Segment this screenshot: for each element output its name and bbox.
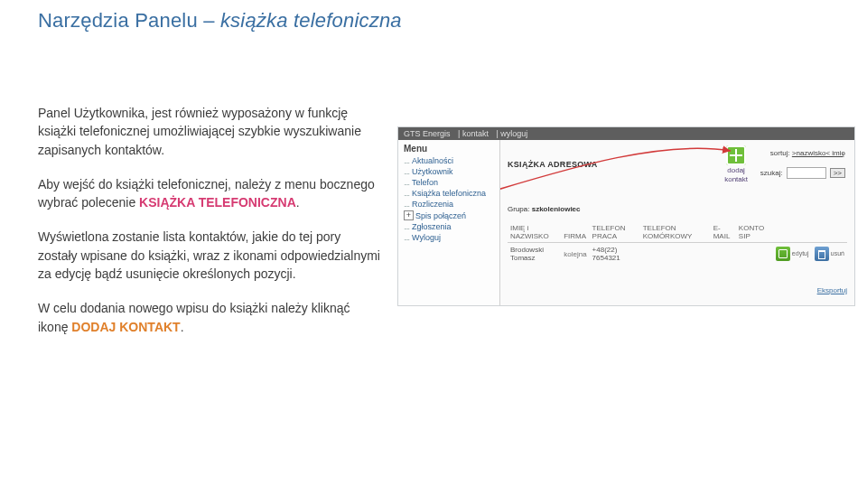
- title-italic: książka telefoniczna: [220, 9, 402, 32]
- group-value: szkoleniowiec: [532, 205, 581, 213]
- paragraph-4: W celu dodania nowego wpisu do książki n…: [38, 299, 381, 336]
- th-name: IMIĘ i NAZWISKO: [508, 222, 561, 243]
- sort-line: sortuj: >nazwisko< imię: [770, 149, 845, 157]
- export-link[interactable]: Eksportuj: [817, 286, 847, 294]
- highlight-ksiazka: KSIĄŻKA TELEFONICZNA: [139, 195, 296, 210]
- table-row: Brodowski Tomasz kolejna +48(22) 7654321…: [508, 243, 847, 266]
- cell-tel-kom: [640, 243, 711, 266]
- contacts-table: IMIĘ i NAZWISKO FIRMA TELEFON PRACA TELE…: [508, 222, 847, 265]
- highlight-dodaj: DODAJ KONTAKT: [71, 320, 180, 334]
- sort-option[interactable]: >nazwisko< imię: [792, 149, 845, 157]
- th-sip: KONTO SIP: [736, 222, 773, 243]
- add-contact-button[interactable]: dodaj kontakt: [724, 145, 748, 183]
- page-title: Narzędzia Panelu – książka telefoniczna: [38, 9, 402, 33]
- cell-sip: [736, 243, 773, 266]
- cell-name: Brodowski Tomasz: [508, 243, 561, 266]
- search-line: szukaj: >>: [760, 167, 845, 179]
- topbar: GTS Energis | kontakt | wyloguj: [398, 127, 854, 140]
- edit-label[interactable]: edytuj: [792, 250, 809, 257]
- menu-item-uzytkownik[interactable]: ....Użytkownik: [402, 166, 499, 177]
- th-firma: FIRMA: [561, 222, 589, 243]
- topbar-link-kontakt[interactable]: kontakt: [462, 129, 489, 138]
- menu-item-wyloguj[interactable]: ....Wyloguj: [402, 232, 499, 243]
- plus-icon: [726, 145, 746, 165]
- paragraph-2: Aby wejść do książki telefonicznej, nale…: [38, 175, 381, 212]
- cell-tel-praca: +48(22) 7654321: [590, 243, 640, 266]
- th-tel-praca: TELEFON PRACA: [590, 222, 640, 243]
- menu-item-aktualnosci[interactable]: ....Aktualności: [402, 155, 499, 166]
- app-screenshot: GTS Energis | kontakt | wyloguj Menu ...…: [397, 126, 855, 306]
- content-area: sortuj: >nazwisko< imię szukaj: >> KSIĄŻ…: [500, 140, 854, 305]
- topbar-link-wyloguj[interactable]: wyloguj: [500, 129, 527, 138]
- cell-firma: kolejna: [561, 243, 589, 266]
- th-email: E-MAIL: [711, 222, 736, 243]
- menu-item-zgloszenia[interactable]: ....Zgłoszenia: [402, 221, 499, 232]
- title-main: Narzędzia Panelu –: [38, 9, 220, 32]
- bottom-row: Eksportuj: [508, 286, 847, 294]
- section-heading: KSIĄŻKA ADRESOWA: [508, 160, 598, 169]
- expand-icon[interactable]: +: [404, 210, 414, 220]
- delete-icon[interactable]: [815, 247, 829, 261]
- menu-title: Menu: [404, 144, 499, 154]
- search-go-button[interactable]: >>: [830, 168, 845, 178]
- side-menu: Menu ....Aktualności ....Użytkownik ....…: [398, 140, 500, 305]
- cell-email: [711, 243, 736, 266]
- menu-item-ksiazka-telefoniczna[interactable]: ....Książka telefoniczna: [402, 188, 499, 199]
- menu-item-spis-polaczen[interactable]: +Spis połączeń: [402, 210, 499, 221]
- th-tel-kom: TELEFON KOMÓRKOWY: [640, 222, 711, 243]
- menu-item-rozliczenia[interactable]: ....Rozliczenia: [402, 199, 499, 210]
- paragraph-1: Panel Użytkownika, jest również wyposażo…: [38, 104, 381, 159]
- delete-label[interactable]: usuń: [831, 250, 844, 257]
- menu-item-telefon[interactable]: ....Telefon: [402, 177, 499, 188]
- topbar-link-brand[interactable]: GTS Energis: [404, 129, 451, 138]
- search-input[interactable]: [787, 167, 826, 179]
- description-column: Panel Użytkownika, jest również wyposażo…: [38, 104, 381, 352]
- group-line: Grupa: szkoleniowiec: [508, 205, 847, 213]
- paragraph-3: Wyświetlona zostanie lista kontaktów, ja…: [38, 228, 381, 283]
- edit-icon[interactable]: [776, 247, 790, 261]
